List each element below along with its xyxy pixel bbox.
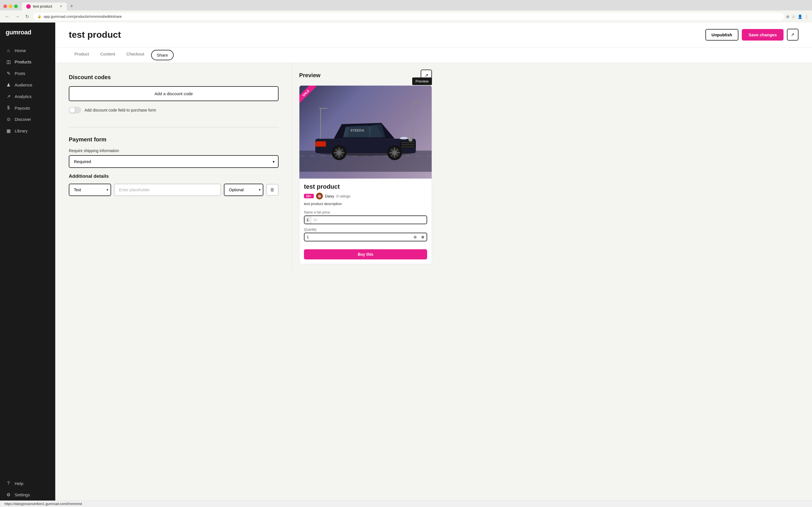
save-changes-button[interactable]: Save changes bbox=[742, 29, 783, 41]
preview-product-info: test product £0+ 🌸 Daisy 0 ratings test … bbox=[299, 179, 432, 210]
discount-field-toggle[interactable] bbox=[69, 107, 81, 114]
minimize-window-btn[interactable] bbox=[9, 4, 12, 8]
form-panel: Discount codes Add a discount code Add d… bbox=[55, 63, 292, 271]
new-tab-btn[interactable]: + bbox=[68, 2, 75, 10]
tab-share[interactable]: Share bbox=[151, 50, 174, 60]
sidebar-item-discover-label: Discover bbox=[15, 117, 31, 122]
page-header: test product Unpublish Save changes ↗ bbox=[55, 22, 812, 48]
shipping-select-wrapper: Not required Required Optional ▾ bbox=[69, 155, 278, 168]
sidebar-nav: ⌂ Home ◫ Products ✎ Posts ♟ Audience ↗ A… bbox=[0, 45, 55, 478]
sidebar-bottom: ? Help ⚙ Settings bbox=[0, 478, 55, 500]
url-text: app.gumroad.com/products/mmmmd/edit#shar… bbox=[44, 14, 122, 18]
svg-text:STEEDA: STEEDA bbox=[350, 128, 364, 132]
browser-tab-active[interactable]: test product ✕ bbox=[22, 3, 67, 10]
home-icon: ⌂ bbox=[6, 48, 11, 53]
discount-codes-section: Discount codes Add a discount code Add d… bbox=[69, 74, 278, 114]
sidebar-item-discover[interactable]: ⊙ Discover bbox=[0, 114, 55, 125]
price-area: Name a fair price: £ 0+ Quantity 1 ⊖ ⊕ bbox=[304, 210, 427, 245]
library-icon: ▦ bbox=[6, 128, 11, 133]
additional-details-title: Additional details bbox=[69, 173, 278, 179]
sidebar-item-analytics-label: Analytics bbox=[15, 94, 32, 99]
browser-actions: ⊕ ☆ 👤 ⋮ bbox=[786, 14, 809, 19]
discount-toggle-label: Add discount code field to purchase form bbox=[85, 108, 156, 112]
sidebar-item-payouts-label: Payouts bbox=[15, 106, 30, 110]
sidebar-item-analytics[interactable]: ↗ Analytics bbox=[0, 91, 55, 102]
buy-button[interactable]: Buy this bbox=[304, 249, 427, 260]
tab-close-btn[interactable]: ✕ bbox=[60, 4, 62, 8]
sidebar-item-library[interactable]: ▦ Library bbox=[0, 125, 55, 136]
quantity-increase-btn[interactable]: ⊕ bbox=[419, 233, 426, 241]
sidebar-item-help[interactable]: ? Help bbox=[0, 478, 55, 489]
sidebar-item-audience-label: Audience bbox=[15, 82, 33, 87]
gumroad-logo[interactable]: gumroad bbox=[0, 29, 55, 45]
help-icon: ? bbox=[6, 481, 11, 486]
svg-rect-7 bbox=[401, 147, 414, 148]
discount-codes-title: Discount codes bbox=[69, 74, 278, 80]
detail-type-wrapper: Text Dropdown Checkbox ▾ bbox=[69, 184, 111, 196]
tab-favicon bbox=[26, 4, 31, 9]
refresh-btn[interactable]: ↻ bbox=[24, 13, 31, 20]
creator-row: £0+ 🌸 Daisy 0 ratings bbox=[304, 193, 427, 200]
price-input-row: £ 0+ bbox=[304, 216, 427, 224]
unpublish-button[interactable]: Unpublish bbox=[705, 29, 739, 41]
back-btn[interactable]: ← bbox=[3, 13, 11, 20]
sidebar-item-payouts[interactable]: $ Payouts bbox=[0, 103, 55, 113]
settings-icon: ⚙ bbox=[6, 492, 11, 497]
detail-delete-button[interactable]: 🗑 bbox=[266, 184, 278, 196]
preview-section-title: Preview bbox=[299, 72, 320, 78]
quantity-decrease-btn[interactable]: ⊖ bbox=[411, 233, 419, 241]
products-icon: ◫ bbox=[6, 59, 11, 64]
sidebar-item-home[interactable]: ⌂ Home bbox=[0, 45, 55, 56]
main-content: test product Unpublish Save changes ↗ Pr… bbox=[55, 22, 812, 507]
payouts-icon: $ bbox=[6, 105, 11, 110]
sidebar-item-posts-label: Posts bbox=[15, 71, 26, 76]
profile-btn[interactable]: 👤 bbox=[798, 14, 802, 19]
tab-content[interactable]: Content bbox=[95, 48, 121, 62]
tab-bar: test product ✕ + bbox=[0, 0, 812, 10]
creator-name: Daisy bbox=[325, 194, 335, 198]
sidebar-item-products-label: Products bbox=[15, 59, 31, 64]
favorites-btn[interactable]: ☆ bbox=[792, 14, 795, 19]
ssl-lock-icon: 🔒 bbox=[38, 15, 42, 18]
sidebar-item-products[interactable]: ◫ Products bbox=[0, 56, 55, 67]
tabs-bar: Product Content Checkout Share bbox=[55, 48, 812, 63]
sidebar-item-audience[interactable]: ♟ Audience bbox=[0, 79, 55, 91]
menu-btn[interactable]: ⋮ bbox=[805, 14, 809, 19]
browser-chrome: test product ✕ + ← → ↻ 🔒 app.gumroad.com… bbox=[0, 0, 812, 22]
status-url: https://daisyjonasnutrition1.gumroad.com… bbox=[4, 502, 82, 506]
forward-btn[interactable]: → bbox=[13, 13, 21, 20]
add-discount-code-button[interactable]: Add a discount code bbox=[69, 86, 278, 101]
close-window-btn[interactable] bbox=[3, 4, 7, 8]
preview-panel: Preview ↗ Preview SALE bbox=[292, 63, 439, 271]
detail-placeholder-input[interactable] bbox=[114, 184, 221, 196]
detail-required-select[interactable]: Optional Required bbox=[224, 184, 263, 196]
detail-type-select[interactable]: Text Dropdown Checkbox bbox=[69, 184, 111, 196]
view-link-button[interactable]: ↗ bbox=[787, 29, 799, 41]
sidebar-item-settings-label: Settings bbox=[15, 492, 30, 497]
analytics-icon: ↗ bbox=[6, 94, 11, 99]
fullscreen-window-btn[interactable] bbox=[14, 4, 18, 8]
sidebar-item-library-label: Library bbox=[15, 128, 28, 133]
shipping-label: Require shipping information bbox=[69, 149, 278, 153]
discover-icon: ⊙ bbox=[6, 117, 11, 122]
page-title: test product bbox=[69, 30, 121, 40]
tab-checkout[interactable]: Checkout bbox=[121, 48, 150, 62]
tab-product[interactable]: Product bbox=[69, 48, 95, 62]
sidebar-item-posts[interactable]: ✎ Posts bbox=[0, 68, 55, 79]
section-divider bbox=[69, 127, 278, 127]
status-bar: https://daisyjonasnutrition1.gumroad.com… bbox=[0, 501, 812, 507]
price-currency: £ bbox=[305, 216, 311, 224]
price-label: Name a fair price: bbox=[304, 210, 427, 214]
buy-btn-area: Buy this bbox=[299, 249, 432, 264]
preview-tooltip: Preview bbox=[412, 77, 432, 85]
detail-required-wrapper: Optional Required ▾ bbox=[224, 184, 263, 196]
payment-form-title: Payment form bbox=[69, 136, 278, 143]
sidebar-item-settings[interactable]: ⚙ Settings bbox=[0, 489, 55, 500]
creator-badge: £0+ bbox=[304, 194, 314, 198]
extensions-btn[interactable]: ⊕ bbox=[786, 14, 790, 19]
url-bar[interactable]: 🔒 app.gumroad.com/products/mmmmd/edit#sh… bbox=[33, 13, 784, 20]
preview-purchase-area: Name a fair price: £ 0+ Quantity 1 ⊖ ⊕ bbox=[299, 210, 432, 249]
payment-form-section: Payment form Require shipping informatio… bbox=[69, 136, 278, 196]
shipping-select[interactable]: Not required Required Optional bbox=[69, 155, 278, 168]
audience-icon: ♟ bbox=[6, 82, 11, 88]
